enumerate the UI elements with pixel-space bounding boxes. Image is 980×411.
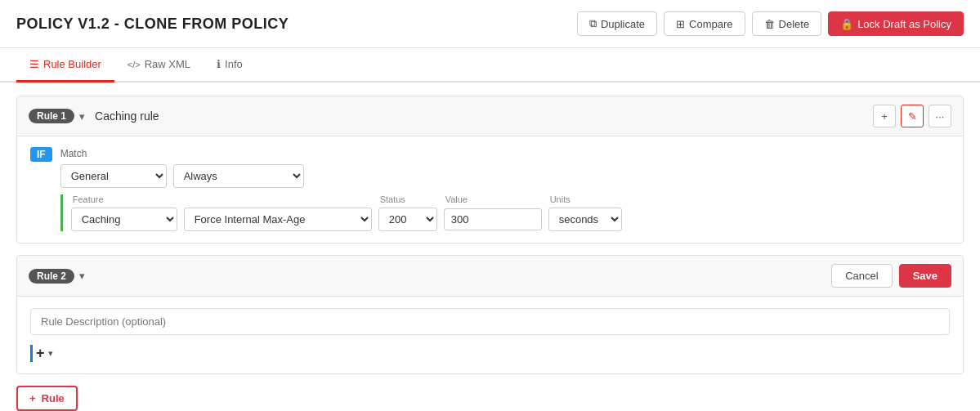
info-icon: ℹ [217,58,221,70]
feature-labels: Feature Status Value Units [71,194,950,204]
add-condition-dropdown-button[interactable]: ▾ [48,348,53,359]
rule-2-header-actions: Cancel Save [831,264,951,288]
feature-inputs: Caching Force Internal Max-Age 200 [71,208,950,231]
tab-raw-xml[interactable]: </> Raw XML [114,48,204,83]
cancel-button[interactable]: Cancel [831,264,892,288]
match-label: Match [60,148,950,159]
save-button[interactable]: Save [899,264,951,288]
header-actions: ⧉ Duplicate ⊞ Compare 🗑 Delete 🔒 Lock Dr… [577,11,964,36]
feature-select[interactable]: Caching [71,208,177,231]
rule-2-chevron[interactable]: ▾ [79,270,85,282]
delete-button[interactable]: 🗑 Delete [752,11,822,36]
page-header: POLICY V1.2 - CLONE FROM POLICY ⧉ Duplic… [0,0,980,48]
rule-1-actions: + ✎ ··· [873,105,951,127]
compare-button[interactable]: ⊞ Compare [664,11,745,36]
delete-icon: 🗑 [764,18,775,30]
if-block: IF Match General Always [30,148,950,231]
lock-icon: 🔒 [840,18,853,30]
rule-1-more-button[interactable]: ··· [929,105,951,127]
tab-rule-builder[interactable]: ☰ Rule Builder [16,48,114,83]
value-col-label: Value [445,194,544,204]
rule-2-header: Rule 2 ▾ Cancel Save [17,256,963,297]
rule-1-body: IF Match General Always [17,136,963,243]
rule-1-add-button[interactable]: + [873,105,896,127]
rule-1-block: Rule 1 ▾ Caching rule + ✎ ··· IF Match G… [16,96,964,243]
add-rule-plus-icon: + [29,392,36,404]
duplicate-button[interactable]: ⧉ Duplicate [577,11,657,36]
rule-2-block: Rule 2 ▾ Cancel Save + ▾ [16,255,964,374]
rule-2-badge: Rule 2 [29,269,74,284]
value-input[interactable] [444,208,542,230]
content: Rule 1 ▾ Caching rule + ✎ ··· IF Match G… [0,83,980,411]
code-icon: </> [128,60,141,69]
list-icon: ☰ [29,58,39,70]
rule-1-header: Rule 1 ▾ Caching rule + ✎ ··· [17,96,963,136]
rule-description-input[interactable] [30,308,950,335]
rule-1-edit-button[interactable]: ✎ [901,105,924,127]
rule-2-body: + ▾ [17,297,963,373]
name-col-label [186,194,374,204]
tabs: ☰ Rule Builder </> Raw XML ℹ Info [0,48,980,83]
duplicate-icon: ⧉ [589,17,597,30]
tab-info[interactable]: ℹ Info [204,48,256,83]
add-condition-plus-button[interactable]: + [36,345,45,362]
status-select[interactable]: 200 [378,208,437,231]
add-condition-row: + ▾ [30,345,950,362]
add-rule-button[interactable]: + Rule [16,386,78,411]
condition-value-select[interactable]: Always [173,164,304,188]
status-col-label: Status [380,194,439,204]
feature-row: Feature Status Value Units Caching [60,194,950,231]
condition-type-select[interactable]: General [60,164,167,188]
page-title: POLICY V1.2 - CLONE FROM POLICY [16,16,289,33]
rule-1-title: Caching rule [95,109,873,123]
rule-1-chevron[interactable]: ▾ [79,110,85,123]
units-select[interactable]: seconds [548,208,622,231]
rule-1-badge: Rule 1 [29,109,74,123]
if-label: IF [30,147,52,162]
condition-row: General Always [60,164,950,188]
compare-icon: ⊞ [676,18,685,30]
lock-draft-button[interactable]: 🔒 Lock Draft as Policy [828,11,964,36]
feature-inner: Feature Status Value Units Caching [71,194,950,231]
feature-name-select[interactable]: Force Internal Max-Age [184,208,372,231]
feature-col-label: Feature [73,194,179,204]
units-col-label: Units [550,194,624,204]
